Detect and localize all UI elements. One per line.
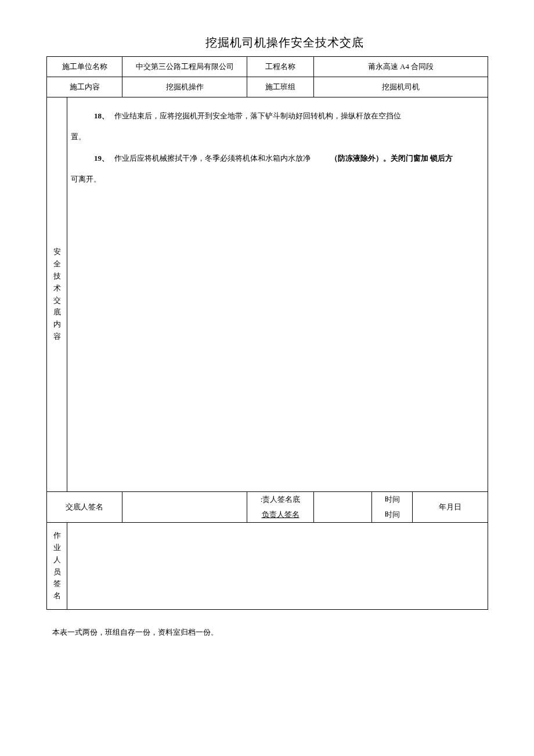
header-row-1: 施工单位名称 中交第三公路工程局有限公司 工程名称 莆永高速 A4 合同段 [47,57,488,77]
label-unit: 施工单位名称 [47,57,122,77]
item-18-cont: 置。 [71,126,484,147]
sign-date: 年月日 [413,492,488,523]
main-table: 施工单位名称 中交第三公路工程局有限公司 工程名称 莆永高速 A4 合同段 施工… [46,56,488,610]
sign-value-1 [122,492,247,523]
item-19-num: 19、 [94,148,109,169]
sign-value-2 [314,492,372,523]
header-row-2: 施工内容 挖掘机操作 施工班组 挖掘机司机 [47,77,488,97]
item-19-cont: 可离开。 [71,169,484,190]
footer-note: 本表一式两份，班组自存一份，资料室归档一份。 [52,627,488,638]
label-project: 工程名称 [247,57,314,77]
value-unit: 中交第三公路工程局有限公司 [122,57,247,77]
sign-label-2b: 负责人签名 [247,507,314,523]
worker-row: 作 业 人 员 签 名 [47,523,488,610]
item-19-text2: （防冻液除外）。关闭门窗加 锁后方 [330,154,453,162]
value-project: 莆永高速 A4 合同段 [314,57,488,77]
value-team: 挖掘机司机 [314,77,488,97]
sign-label-2a: :责人签名底 [247,492,314,508]
sign-label-3a: 时间 [372,492,413,508]
label-content: 施工内容 [47,77,122,97]
worker-label: 作 业 人 员 签 名 [47,523,67,610]
label-team: 施工班组 [247,77,314,97]
item-18-num: 18、 [94,106,109,126]
content-row: 安 全 技 术 交 底 内 容 18、 作业结束后，应将挖掘机开到安全地带，落下… [47,97,488,492]
item-18-text: 作业结束后，应将挖掘机开到安全地带，落下铲斗制动好回转机构，操纵杆放在空挡位 [114,111,401,120]
sign-row-1: 交底人签名 :责人签名底 时间 年月日 [47,492,488,508]
item-19-text1: 作业后应将机械擦拭干净，冬季必须将机体和水箱内水放净 [114,154,311,162]
content-body: 18、 作业结束后，应将挖掘机开到安全地带，落下铲斗制动好回转机构，操纵杆放在空… [67,97,488,492]
sign-label-3b: 时间 [372,507,413,523]
sign-label-1: 交底人签名 [47,492,122,523]
value-content: 挖掘机操作 [122,77,247,97]
sidebar-label: 安 全 技 术 交 底 内 容 [47,97,67,492]
worker-sign-area [67,523,488,610]
document-title: 挖掘机司机操作安全技术交底 [81,35,488,50]
